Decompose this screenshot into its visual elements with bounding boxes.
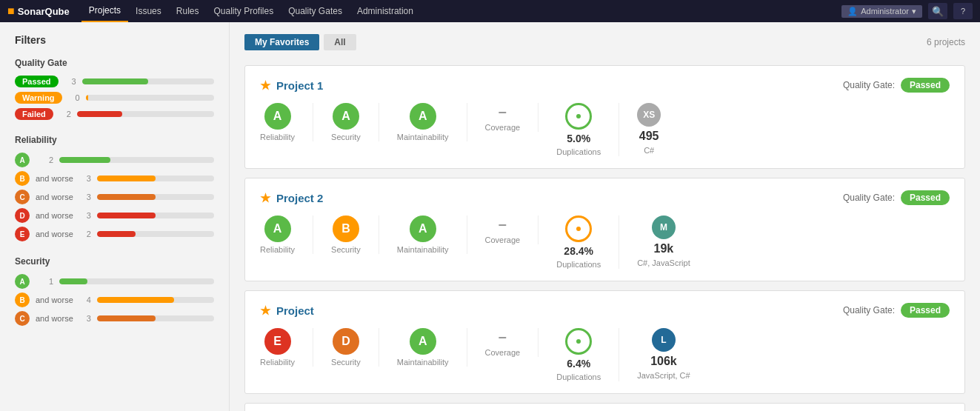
project-2-coverage: – Coverage — [467, 215, 539, 244]
reliability-d-grade[interactable]: D — [15, 208, 30, 223]
nav-projects[interactable]: Projects — [81, 0, 128, 22]
project-3-coverage-value: – — [499, 328, 507, 345]
nav-administration[interactable]: Administration — [350, 0, 421, 22]
project-3-name[interactable]: Project — [276, 304, 314, 317]
logo-text: SonarQube — [18, 6, 70, 17]
help-button[interactable]: ? — [953, 3, 973, 19]
security-c-bar — [97, 315, 156, 321]
project-1-language: XS 495 C# — [619, 103, 679, 155]
project-1-maintainability: A Maintainability — [379, 103, 467, 141]
project-2-lang-label: C#, JavaScript — [637, 258, 690, 267]
project-3-maintainability-grade: A — [410, 328, 436, 355]
security-c-row: C and worse 3 — [15, 311, 214, 326]
security-b-count: 4 — [79, 295, 91, 304]
my-favorites-button[interactable]: My Favorites — [244, 34, 319, 50]
project-1-star-icon[interactable]: ★ — [260, 78, 270, 93]
filters-heading: Filters — [15, 34, 214, 46]
project-3-duplications: 6.4% Duplications — [539, 328, 619, 381]
reliability-e-bar-wrap — [97, 231, 214, 237]
filter-warning-bar — [86, 95, 88, 101]
filter-failed-badge[interactable]: Failed — [15, 108, 53, 120]
project-3-reliability-label: Reliability — [260, 358, 295, 367]
reliability-e-label: and worse — [36, 230, 73, 238]
reliability-b-bar-wrap — [97, 176, 214, 181]
project-card-2: ★ Project 2 Quality Gate: Passed A Relia… — [244, 178, 965, 281]
project-2-coverage-label: Coverage — [485, 235, 521, 244]
security-a-grade[interactable]: A — [15, 274, 30, 289]
project-1-lang-label: C# — [644, 146, 654, 155]
reliability-d-label: and worse — [36, 211, 73, 220]
project-3-lang-badge: L — [652, 328, 676, 352]
filter-passed-bar-wrap — [82, 78, 214, 84]
reliability-heading: Reliability — [15, 135, 214, 145]
reliability-b-count: 3 — [79, 174, 91, 183]
quality-gate-filter: Quality Gate Passed 3 Warning 0 Failed 2 — [15, 58, 214, 120]
project-1-security-grade: A — [333, 103, 359, 130]
project-2-star-icon[interactable]: ★ — [260, 191, 270, 205]
reliability-d-bar-wrap — [97, 213, 214, 218]
filter-passed-bar — [82, 78, 148, 84]
project-2-dup-value: 28.4% — [564, 245, 593, 257]
project-1-lang-value: 495 — [639, 130, 659, 143]
project-3-lang-value: 106k — [650, 355, 677, 368]
reliability-c-bar — [97, 194, 156, 200]
filter-failed-bar-wrap — [77, 111, 214, 117]
reliability-c-grade[interactable]: C — [15, 190, 30, 204]
reliability-e-grade[interactable]: E — [15, 227, 30, 241]
project-2-metrics: A Reliability B Security A Maintainabili… — [260, 215, 950, 269]
nav-issues[interactable]: Issues — [128, 0, 169, 22]
project-2-qg-status: Passed — [901, 190, 950, 205]
top-navigation: ■ SonarQube Projects Issues Rules Qualit… — [0, 0, 980, 22]
project-3-maintainability-label: Maintainability — [397, 358, 449, 367]
reliability-c-label: and worse — [36, 193, 73, 201]
project-2-qg-badge: Quality Gate: Passed — [843, 190, 950, 205]
security-b-grade[interactable]: B — [15, 293, 30, 307]
project-2-maintainability-grade: A — [410, 215, 436, 242]
search-button[interactable]: 🔍 — [928, 3, 947, 19]
project-1-name[interactable]: Project 1 — [276, 79, 323, 92]
project-3-language: L 106k JavaScript, C# — [619, 328, 708, 380]
reliability-b-row: B and worse 3 — [15, 171, 214, 186]
filter-passed-badge[interactable]: Passed — [15, 76, 59, 87]
reliability-c-row: C and worse 3 — [15, 190, 214, 204]
reliability-d-count: 3 — [79, 211, 91, 220]
project-1-coverage-label: Coverage — [485, 123, 521, 132]
reliability-d-row: D and worse 3 — [15, 208, 214, 223]
project-2-lang-badge: M — [652, 215, 676, 239]
logo[interactable]: ■ SonarQube — [7, 4, 70, 18]
admin-menu[interactable]: 👤 Administrator ▾ — [841, 5, 922, 18]
project-3-metrics: E Reliability D Security A Maintainabili… — [260, 328, 950, 381]
project-card-1: ★ Project 1 Quality Gate: Passed A Relia… — [244, 65, 965, 169]
reliability-a-bar — [59, 157, 110, 163]
security-b-label: and worse — [36, 295, 73, 304]
project-1-lang-badge: XS — [637, 103, 661, 127]
project-2-name[interactable]: Project 2 — [276, 192, 323, 204]
filter-passed-count: 3 — [64, 77, 76, 86]
filter-passed-row: Passed 3 — [15, 76, 214, 87]
nav-rules[interactable]: Rules — [169, 0, 207, 22]
project-1-qg-status: Passed — [901, 78, 950, 93]
all-button[interactable]: All — [324, 34, 356, 50]
project-card-4: ★ Project Quality Gate: Failed — [244, 403, 965, 411]
project-1-maintainability-label: Maintainability — [397, 133, 449, 141]
nav-right: 👤 Administrator ▾ 🔍 ? — [841, 3, 973, 19]
project-3-qg-badge: Quality Gate: Passed — [843, 303, 950, 318]
project-1-qg-badge: Quality Gate: Passed — [843, 78, 950, 93]
nav-quality-gates[interactable]: Quality Gates — [281, 0, 350, 22]
project-2-header: ★ Project 2 Quality Gate: Passed — [260, 190, 950, 205]
security-heading: Security — [15, 256, 214, 267]
project-3-title: ★ Project — [260, 304, 314, 318]
page-body: Filters Quality Gate Passed 3 Warning 0 … — [0, 22, 980, 411]
nav-quality-profiles[interactable]: Quality Profiles — [206, 0, 281, 22]
main-content: My Favorites All 6 projects ★ Project 1 … — [230, 22, 980, 411]
project-3-dup-inner — [576, 339, 581, 344]
reliability-a-grade[interactable]: A — [15, 153, 30, 167]
reliability-e-row: E and worse 2 — [15, 227, 214, 241]
project-3-star-icon[interactable]: ★ — [260, 304, 270, 318]
reliability-b-grade[interactable]: B — [15, 171, 30, 186]
security-b-bar — [97, 297, 174, 303]
filter-warning-badge[interactable]: Warning — [15, 92, 62, 104]
security-c-grade[interactable]: C — [15, 311, 30, 326]
project-3-dup-value: 6.4% — [567, 358, 590, 370]
favorites-bar: My Favorites All 6 projects — [244, 34, 965, 50]
